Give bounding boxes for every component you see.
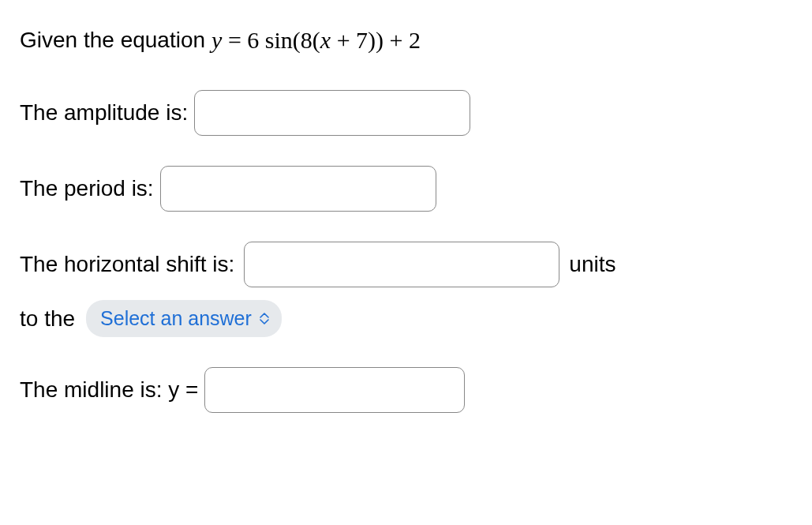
midline-row: The midline is: y = (20, 367, 792, 413)
direction-select-label: Select an answer (100, 305, 252, 332)
intro-text: Given the equation (20, 24, 205, 55)
chevron-updown-icon (260, 312, 269, 325)
amplitude-row: The amplitude is: (20, 90, 792, 136)
direction-select[interactable]: Select an answer (86, 300, 282, 337)
midline-label: The midline is: y = (20, 374, 198, 405)
equation-row: Given the equation y = 6 sin(8(x + 7)) +… (20, 24, 792, 57)
hshift-label: The horizontal shift is: (20, 249, 234, 279)
midline-input[interactable] (204, 367, 465, 413)
hshift-input[interactable] (244, 242, 559, 287)
amplitude-label: The amplitude is: (20, 97, 188, 128)
equation: y = 6 sin(8(x + 7)) + 2 (211, 24, 421, 57)
period-input[interactable] (160, 166, 436, 212)
period-row: The period is: (20, 166, 792, 212)
hshift-block: The horizontal shift is: units to the Se… (20, 242, 792, 337)
period-label: The period is: (20, 173, 154, 204)
hshift-tothe: to the (20, 303, 75, 334)
hshift-units: units (569, 249, 616, 279)
amplitude-input[interactable] (194, 90, 470, 136)
